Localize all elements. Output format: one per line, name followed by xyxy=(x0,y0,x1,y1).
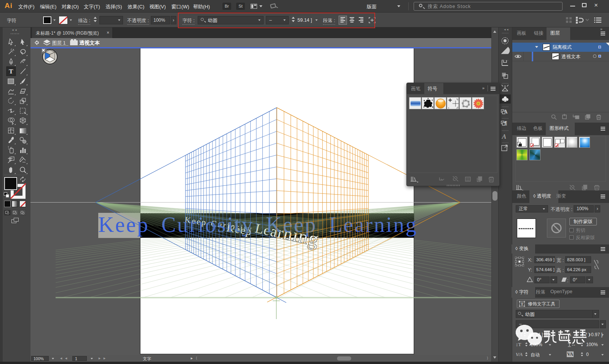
svg-text:A: A xyxy=(502,133,506,140)
svg-text:T: T xyxy=(521,302,524,306)
svg-text:T: T xyxy=(9,68,13,75)
